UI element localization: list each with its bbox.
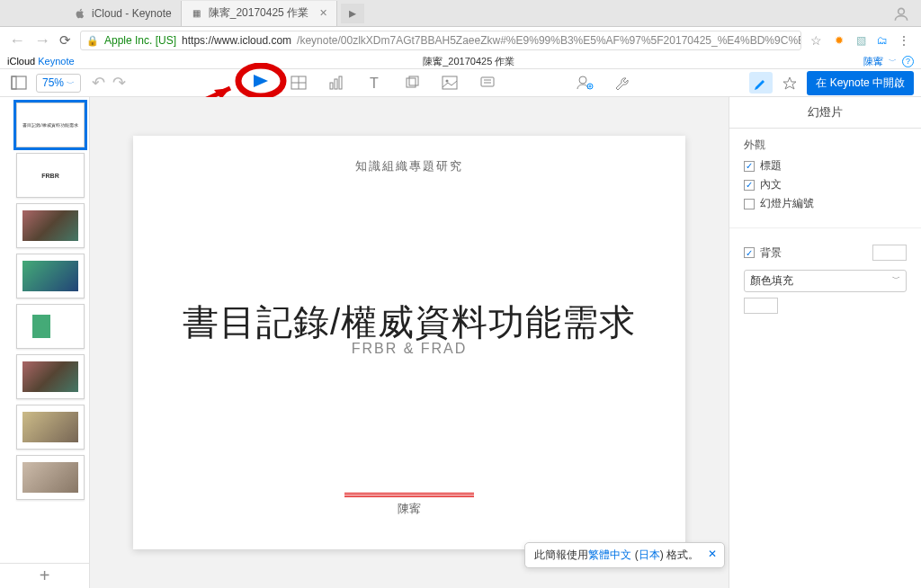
slides-panel: 1書目記錄/權威資料功能需求 2FRBR 3 4 5 6 7 8 + (0, 97, 90, 588)
svg-point-17 (579, 76, 586, 84)
checkbox-title[interactable] (744, 161, 755, 172)
view-options-button[interactable] (7, 72, 31, 94)
slide-thumbnail[interactable]: 6 (16, 354, 85, 399)
background-swatch[interactable] (872, 245, 907, 261)
chart-icon[interactable] (325, 72, 348, 94)
close-tab-icon[interactable]: ✕ (319, 7, 327, 19)
checkbox-background[interactable] (744, 247, 755, 258)
browser-nav: ← → ⟳ 🔒 Apple Inc. [US] https://www.iclo… (0, 27, 921, 54)
breadcrumb-doc: 陳寗_20170425 作業 (423, 55, 514, 68)
annotation-scribble (344, 492, 474, 497)
open-in-keynote-button[interactable]: 在 Keynote 中開啟 (807, 71, 914, 95)
profile-icon[interactable] (892, 5, 910, 23)
fill-type-select[interactable]: 顏色填充﹀ (744, 270, 907, 292)
svg-rect-8 (339, 76, 342, 89)
help-icon[interactable]: ? (902, 56, 914, 67)
slide-thumbnail[interactable]: 7 (16, 405, 85, 450)
animate-panel-button[interactable] (778, 72, 801, 94)
extension-icon[interactable]: ▧ (853, 32, 869, 49)
image-icon[interactable] (438, 72, 461, 94)
undo-button[interactable]: ↶ (92, 73, 105, 93)
svg-rect-6 (330, 83, 333, 89)
forward-button[interactable]: → (34, 31, 50, 50)
chevron-down-icon: ﹀ (892, 273, 900, 289)
svg-point-13 (446, 80, 449, 83)
breadcrumb-user[interactable]: 陳寗 (863, 55, 883, 68)
toast-lang-link[interactable]: 繁體中文 (588, 548, 631, 561)
svg-rect-1 (12, 76, 26, 89)
svg-text:T: T (370, 76, 379, 90)
cert-org: Apple Inc. [US] (104, 34, 176, 47)
document-icon: ▦ (191, 7, 203, 20)
canvas[interactable]: 知識組織專題研究 書目記錄/權威資料功能需求 FRBR & FRAD 陳寗 (90, 97, 729, 588)
format-panel-button[interactable] (749, 72, 773, 94)
svg-marker-21 (783, 77, 796, 89)
breadcrumb-section[interactable]: Keynote (38, 56, 74, 67)
slide-author: 陳寗 (133, 501, 685, 517)
table-icon[interactable] (287, 72, 310, 94)
zoom-select[interactable]: 75% ﹀ (36, 74, 81, 93)
text-icon[interactable]: T (362, 72, 386, 94)
breadcrumb: iCloud Keynote 陳寗_20170425 作業 陳寗 ﹀ ? (0, 54, 921, 68)
svg-rect-2 (12, 76, 16, 89)
extension-icon[interactable]: ✹ (831, 32, 847, 49)
slide-title: 書目記錄/權威資料功能需求 (133, 298, 685, 347)
address-bar[interactable]: 🔒 Apple Inc. [US] https://www.icloud.com… (80, 31, 801, 50)
toast-region-link[interactable]: 日本 (639, 548, 660, 561)
svg-rect-14 (481, 77, 494, 86)
shape-icon[interactable] (400, 72, 424, 94)
breadcrumb-app: iCloud (7, 56, 35, 67)
tab-icloud[interactable]: iCloud - Keynote (65, 1, 182, 26)
slide-thumbnail[interactable]: 8 (16, 455, 85, 500)
reload-button[interactable]: ⟳ (59, 32, 71, 49)
new-tab-button[interactable]: ▸ (341, 4, 364, 23)
close-toast-icon[interactable]: ✕ (708, 548, 717, 560)
tab-document[interactable]: ▦ 陳寗_20170425 作業 ✕ (182, 1, 337, 26)
chevron-down-icon: ﹀ (67, 79, 75, 88)
extension-icon[interactable]: 🗂 (874, 32, 890, 49)
format-inspector: 幻燈片 外觀 標題 內文 幻燈片編號 背景 顏色填充﹀ (729, 97, 921, 588)
svg-rect-7 (335, 79, 337, 89)
redo-button[interactable]: ↷ (112, 73, 126, 93)
app-toolbar: 75% ﹀ ↶ ↷ T 在 Keynote 中開啟 (0, 68, 921, 97)
bookmark-icon[interactable]: ☆ (810, 33, 822, 48)
browser-tab-strip: iCloud - Keynote ▦ 陳寗_20170425 作業 ✕ ▸ (0, 0, 921, 27)
apple-icon (74, 7, 86, 20)
slide-topic: 知識組織專題研究 (133, 158, 685, 174)
checkbox-body[interactable] (744, 180, 755, 191)
svg-point-0 (899, 8, 905, 14)
fill-swatch[interactable] (744, 298, 778, 314)
slide-thumbnail[interactable]: 4 (16, 254, 85, 298)
lock-icon: 🔒 (86, 35, 99, 47)
locale-toast: 此簡報使用繁體中文 (日本) 格式。 ✕ (524, 542, 725, 568)
url-host: https://www.icloud.com (182, 34, 291, 47)
slide-subtitle: FRBR & FRAD (133, 341, 685, 357)
tab-label: iCloud - Keynote (92, 7, 172, 20)
back-button[interactable]: ← (9, 31, 25, 50)
slide[interactable]: 知識組織專題研究 書目記錄/權威資料功能需求 FRBR & FRAD 陳寗 (133, 136, 685, 549)
slide-thumbnail[interactable]: 1書目記錄/權威資料功能需求 (16, 102, 85, 147)
chevron-down-icon[interactable]: ﹀ (889, 56, 897, 67)
collaborate-icon[interactable] (573, 72, 596, 94)
slide-thumbnail[interactable]: 3 (16, 203, 85, 248)
checkbox-slidenum[interactable] (744, 199, 755, 209)
slide-thumbnail[interactable]: 2FRBR (16, 153, 85, 198)
url-path: /keynote/00zlkXDm7AGt7BBAH5ZaeeZkw#%E9%9… (297, 34, 801, 47)
menu-icon[interactable]: ⋮ (896, 32, 912, 49)
tab-label: 陳寗_20170425 作業 (209, 5, 308, 21)
appearance-label: 外觀 (744, 138, 907, 153)
comment-icon[interactable] (476, 72, 499, 94)
inspector-tab-slide[interactable]: 幻燈片 (729, 97, 921, 129)
tools-icon[interactable] (611, 72, 634, 94)
add-slide-button[interactable]: + (0, 563, 89, 588)
slide-thumbnail[interactable]: 5 (16, 304, 85, 349)
